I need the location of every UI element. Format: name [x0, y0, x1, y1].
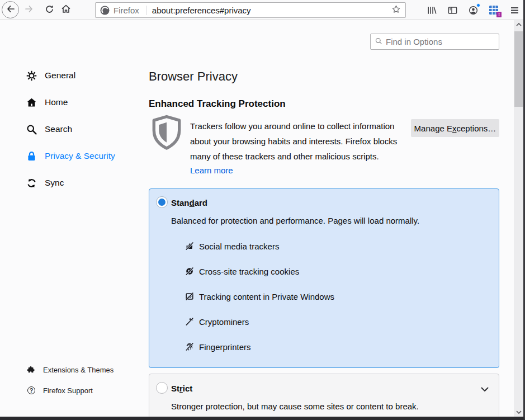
identity-label[interactable]: Firefox [113, 6, 139, 15]
list-item-label: Tracking content in Private Windows [199, 292, 334, 301]
strict-description: Stronger protection, but may cause some … [171, 402, 419, 411]
page-title: Browser Privacy [149, 69, 238, 84]
forward-button[interactable] [23, 0, 35, 20]
toolbar-right-icons: ! [426, 0, 520, 20]
vertical-scrollbar[interactable] [514, 20, 523, 417]
find-in-options-box[interactable] [370, 34, 499, 50]
lock-icon [26, 150, 37, 162]
extension-alert-badge: ! [496, 12, 502, 17]
url-bar[interactable]: Firefox about:preferences#privacy [95, 2, 406, 18]
account-button[interactable] [467, 4, 479, 16]
sidebar-item-general[interactable]: General [26, 69, 75, 82]
find-in-options-input[interactable] [386, 37, 497, 46]
etp-description: Trackers follow you around online to col… [190, 119, 414, 164]
forward-icon [25, 4, 34, 16]
sidebar-item-label: Extensions & Themes [43, 366, 113, 374]
url-text[interactable]: about:preferences#privacy [152, 6, 391, 15]
browser-toolbar: Firefox about:preferences#privacy ! [0, 0, 523, 20]
sidebar-item-firefox-support[interactable]: ? Firefox Support [27, 385, 93, 395]
sidebar-item-label: Search [45, 124, 72, 134]
sidebar-item-sync[interactable]: Sync [26, 176, 64, 190]
manage-exceptions-button[interactable]: Manage Exceptions… [411, 119, 499, 137]
extension-button[interactable]: ! [488, 4, 499, 16]
scrollbar-thumb[interactable] [514, 31, 523, 107]
strict-label: Strict [171, 384, 192, 393]
firefox-logo-icon [100, 6, 110, 15]
sidebar-item-search[interactable]: Search [26, 122, 72, 136]
sidebar-item-label: Firefox Support [43, 386, 93, 395]
gear-icon [26, 70, 37, 82]
reload-button[interactable] [42, 0, 56, 20]
home-icon [61, 4, 71, 16]
scroll-up-icon[interactable] [514, 20, 523, 29]
sidebar-item-label: Sync [45, 178, 64, 188]
urlbar-separator [146, 6, 146, 15]
shield-icon [150, 114, 183, 153]
sync-icon [26, 177, 37, 189]
etp-heading: Enhanced Tracking Protection [149, 98, 286, 110]
sidebar-item-home[interactable]: Home [26, 96, 68, 109]
social-media-trackers-blocked-icon [185, 242, 194, 251]
home-icon [26, 97, 37, 108]
reload-icon [45, 4, 54, 16]
cross-site-cookies-blocked-icon [185, 267, 194, 276]
standard-description: Balanced for protection and performance.… [171, 216, 419, 225]
list-item: Cross-site tracking cookies [185, 266, 299, 276]
list-item-label: Social media trackers [199, 242, 279, 251]
chevron-down-icon[interactable] [481, 384, 489, 394]
standard-radio[interactable] [156, 196, 168, 208]
strict-radio[interactable] [156, 382, 168, 394]
tracking-content-blocked-icon [185, 292, 194, 301]
library-button[interactable] [426, 4, 437, 16]
list-item: Social media trackers [185, 241, 279, 251]
firefox-window: Firefox about:preferences#privacy ! [0, 0, 525, 420]
bookmark-star-icon[interactable] [391, 4, 401, 17]
list-item: Fingerprinters [185, 342, 251, 352]
list-item-label: Cross-site tracking cookies [199, 267, 299, 276]
sidebar-item-label: Privacy & Security [45, 151, 115, 161]
preferences-page: General Home Search Privacy & Security S… [0, 20, 514, 417]
standard-option-panel[interactable]: Standard Balanced for protection and per… [149, 188, 499, 368]
sidebar-item-label: Home [45, 97, 68, 107]
question-icon: ? [27, 386, 36, 395]
scroll-down-icon[interactable] [514, 408, 523, 417]
learn-more-link[interactable]: Learn more [190, 166, 233, 175]
list-item-label: Cryptominers [199, 317, 249, 327]
strict-option-panel[interactable]: Strict Stronger protection, but may caus… [149, 374, 499, 420]
search-icon [26, 124, 37, 135]
menu-button[interactable] [509, 4, 520, 16]
search-icon [375, 37, 382, 47]
home-button[interactable] [59, 0, 73, 20]
sidebar-item-extensions-themes[interactable]: Extensions & Themes [27, 365, 113, 375]
cryptominers-blocked-icon [185, 317, 194, 326]
list-item-label: Fingerprinters [199, 342, 251, 352]
sidebar-item-label: General [45, 70, 75, 81]
sidebar-toggle-button[interactable] [447, 4, 458, 16]
list-item: Tracking content in Private Windows [185, 291, 334, 301]
list-item: Cryptominers [185, 317, 249, 327]
account-notification-dot [476, 3, 480, 7]
back-icon [6, 4, 15, 16]
sidebar-item-privacy-security[interactable]: Privacy & Security [26, 149, 115, 163]
fingerprinters-blocked-icon [185, 342, 194, 351]
puzzle-icon [27, 365, 36, 374]
back-button[interactable] [2, 1, 19, 18]
standard-label: Standard [171, 198, 207, 207]
